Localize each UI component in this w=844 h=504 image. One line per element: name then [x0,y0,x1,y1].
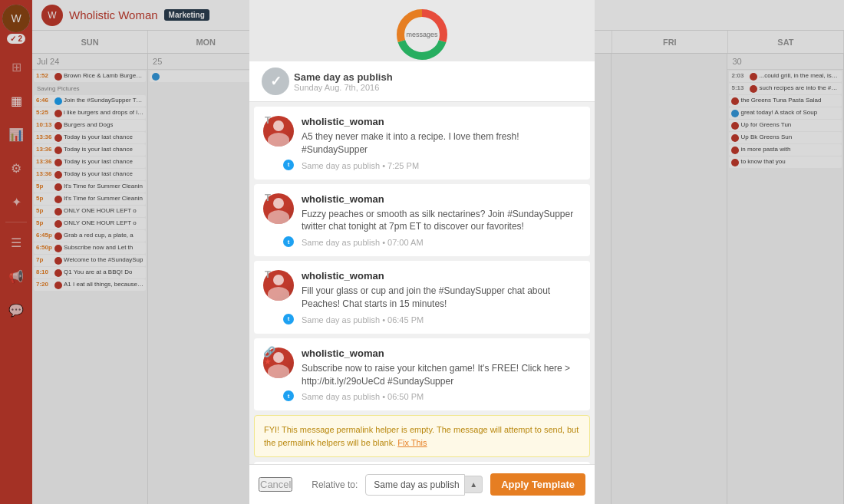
warning-bar: FYI! This message permalink helper is em… [254,415,590,457]
donut-chart: messages [395,8,449,61]
post-meta: Same day as publish • 06:50 PM [302,392,581,401]
post-card[interactable]: t wholistic_woman A5 they never make it … [254,107,590,180]
post-text: Fuzzy peaches or smooth as silk nectarin… [302,208,581,234]
post-content: wholistic_woman Subscribe now to raise y… [302,348,581,402]
post-type-icon: T [265,192,271,203]
modal-panel: messages ✓ Same day as publish Sunday Au… [249,0,595,504]
twitter-badge: t [283,390,294,401]
link-icon: 🔗 [263,346,275,357]
post-type-icon: T [265,268,271,280]
cancel-button[interactable]: Cancel [259,477,292,492]
twitter-badge: t [283,314,294,324]
schedule-select[interactable]: Same day as publish Day before publish W… [365,474,465,496]
modal-footer: Cancel Relative to: Same day as publish … [249,464,595,504]
select-caret-icon[interactable]: ▲ [465,476,483,493]
twitter-badge: t [283,160,294,170]
done-indicator: ✓ [262,68,289,95]
post-content: wholistic_woman A5 they never make it in… [302,116,581,170]
twitter-badge: t [283,236,294,247]
post-card[interactable]: t wholistic_woman Fuzzy peaches or smoot… [254,184,590,257]
post-username: wholistic_woman [302,270,581,282]
post-card[interactable]: t wholistic_woman Fill your glass or cup… [254,261,590,334]
schedule-select-wrapper: Same day as publish Day before publish W… [365,474,483,496]
post-username: wholistic_woman [302,348,581,359]
post-content: wholistic_woman Fill your glass or cup a… [302,270,581,324]
post-text: Subscribe now to raise your kitchen game… [302,362,581,388]
posts-list: t wholistic_woman A5 they never make it … [249,102,595,464]
post-meta: Same day as publish • 06:45 PM [302,315,581,324]
svg-text:messages: messages [406,31,438,38]
modal-subtitle: Sunday Aug. 7th, 2016 [294,83,393,92]
star-icon: ★ [264,357,272,367]
modal-date-label: ✓ Same day as publish Sunday Aug. 7th, 2… [249,61,595,102]
modal-title: Same day as publish [294,71,393,83]
post-meta: Same day as publish • 7:25 PM [302,161,581,170]
fix-this-link[interactable]: Fix This [397,438,427,447]
post-text: A5 they never make it into a recipe. I l… [302,130,581,156]
apply-template-button[interactable]: Apply Template [490,473,585,496]
post-card[interactable]: t wholistic_woman Welcome to the #Sunday… [254,462,590,464]
post-meta: Same day as publish • 07:00 AM [302,238,581,247]
post-content: wholistic_woman Fuzzy peaches or smooth … [302,193,581,248]
post-text: Fill your glass or cup and join the #Sun… [302,285,581,311]
post-username: wholistic_woman [302,193,581,205]
post-card[interactable]: t wholistic_woman Subscribe now to raise… [254,338,590,411]
relative-to-label: Relative to: [312,479,358,490]
post-username: wholistic_woman [302,116,581,127]
modal-chart-header: messages [249,0,595,61]
post-type-icon: T [265,114,271,126]
